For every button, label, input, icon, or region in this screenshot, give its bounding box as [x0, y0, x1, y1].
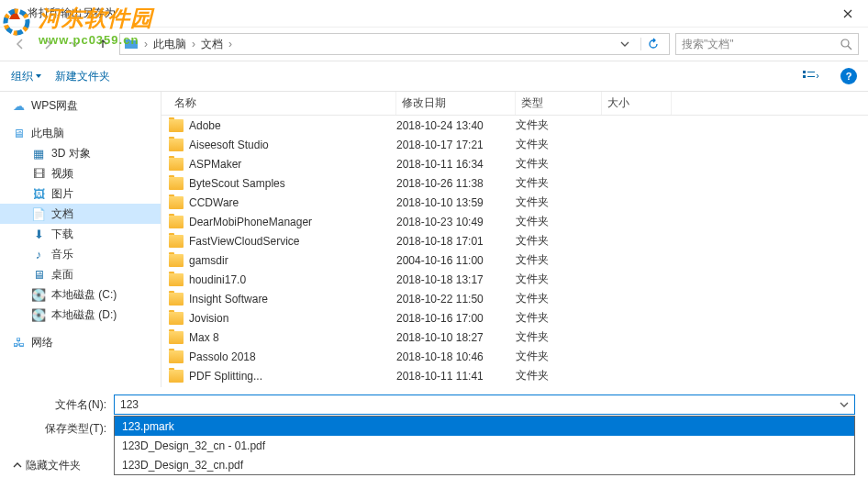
refresh-button[interactable] [640, 38, 665, 50]
file-date: 2018-10-10 13:59 [396, 196, 516, 209]
sidebar-item-desktop[interactable]: 🖥桌面 [0, 264, 161, 284]
file-date: 2018-10-17 17:21 [396, 139, 516, 151]
window-title: 将打印输出另存为 [28, 6, 827, 21]
breadcrumb-documents[interactable]: 文档 [201, 37, 223, 52]
autocomplete-item[interactable]: 123D_Design_32_cn.pdf [115, 455, 854, 474]
nav-back-button[interactable] [9, 33, 31, 55]
sidebar-item-video[interactable]: 🎞视频 [0, 163, 161, 183]
film-icon: 🎞 [31, 166, 46, 181]
search-input[interactable]: 搜索"文档" [675, 33, 859, 55]
file-row[interactable]: Jovision2018-10-16 17:00文件夹 [161, 308, 868, 328]
file-date: 2018-10-18 13:17 [396, 273, 516, 286]
nav-forward-button[interactable] [37, 33, 59, 55]
folder-icon [169, 331, 184, 344]
file-name: Aiseesoft Studio [189, 139, 269, 151]
folder-icon [169, 216, 184, 228]
folder-icon [169, 293, 184, 306]
file-row[interactable]: Passolo 20182018-10-18 10:46文件夹 [161, 347, 868, 366]
file-list[interactable]: Adobe2018-10-24 13:40文件夹Aiseesoft Studio… [161, 116, 868, 387]
hide-folders-toggle[interactable]: 隐藏文件夹 [13, 458, 81, 473]
sidebar-item-diskc[interactable]: 💽本地磁盘 (C:) [0, 284, 161, 305]
sidebar-item-downloads[interactable]: ⬇下载 [0, 224, 161, 244]
file-row[interactable]: Insight Software2018-10-22 11:50文件夹 [161, 289, 868, 308]
savetype-label: 保存类型(T): [13, 421, 114, 437]
desktop-icon: 🖥 [31, 267, 46, 282]
folder-icon [169, 139, 184, 151]
folder-icon [169, 119, 184, 132]
sidebar-item-wps[interactable]: ☁WPS网盘 [0, 95, 161, 116]
file-name: gamsdir [189, 254, 228, 267]
svg-rect-8 [803, 75, 806, 78]
column-type[interactable]: 类型 [516, 92, 602, 115]
disk-icon: 💽 [31, 307, 46, 322]
file-date: 2018-10-10 18:27 [396, 331, 516, 344]
organize-button[interactable]: 组织 [11, 69, 42, 84]
file-type: 文件夹 [516, 117, 602, 133]
file-row[interactable]: ByteScout Samples2018-10-26 11:38文件夹 [161, 173, 868, 193]
file-row[interactable]: ASPMaker2018-10-11 16:34文件夹 [161, 154, 868, 173]
app-icon [7, 6, 22, 21]
document-icon: 📄 [31, 206, 46, 221]
file-name: FastViewCloudService [189, 235, 300, 248]
navigation-sidebar[interactable]: ☁WPS网盘 🖥此电脑 ▦3D 对象 🎞视频 🖼图片 📄文档 ⬇下载 ♪音乐 🖥… [0, 92, 161, 387]
sidebar-item-thispc[interactable]: 🖥此电脑 [0, 123, 161, 143]
nav-recent-button[interactable] [64, 33, 86, 55]
file-date: 2018-10-11 11:41 [396, 370, 516, 383]
file-type: 文件夹 [516, 156, 602, 172]
close-button[interactable] [827, 0, 868, 28]
file-row[interactable]: CCDWare2018-10-10 13:59文件夹 [161, 193, 868, 212]
chevron-right-icon: › [142, 38, 150, 50]
folder-icon [169, 370, 184, 383]
chevron-right-icon: › [227, 38, 234, 50]
file-row[interactable]: PDF Splitting...2018-10-11 11:41文件夹 [161, 366, 868, 385]
autocomplete-item[interactable]: 123.pmark [115, 417, 854, 436]
file-date: 2018-10-11 16:34 [396, 158, 516, 171]
file-type: 文件夹 [516, 368, 602, 383]
image-icon: 🖼 [31, 186, 46, 201]
file-row[interactable]: Max 82018-10-10 18:27文件夹 [161, 328, 868, 347]
filename-input[interactable]: 123 123.pmark 123D_Design_32_cn - 01.pdf… [114, 395, 855, 415]
file-type: 文件夹 [516, 252, 602, 268]
folder-icon [169, 273, 184, 286]
column-date[interactable]: 修改日期 [396, 92, 516, 115]
file-type: 文件夹 [516, 175, 602, 191]
view-mode-button[interactable] [795, 66, 828, 86]
file-name: Insight Software [189, 293, 268, 306]
sidebar-item-pictures[interactable]: 🖼图片 [0, 183, 161, 204]
folder-icon [169, 350, 184, 363]
column-headers[interactable]: 名称 修改日期 类型 大小 [161, 92, 868, 116]
file-row[interactable]: Adobe2018-10-24 13:40文件夹 [161, 116, 868, 135]
svg-rect-4 [125, 39, 130, 41]
column-size[interactable]: 大小 [602, 92, 672, 115]
disk-icon: 💽 [31, 287, 46, 302]
sidebar-item-network[interactable]: 🖧网络 [0, 332, 161, 352]
new-folder-button[interactable]: 新建文件夹 [55, 69, 110, 84]
sidebar-item-music[interactable]: ♪音乐 [0, 244, 161, 264]
breadcrumb-bar[interactable]: › 此电脑 › 文档 › [119, 33, 670, 55]
autocomplete-item[interactable]: 123D_Design_32_cn - 01.pdf [115, 436, 854, 455]
file-row[interactable]: houdini17.02018-10-18 13:17文件夹 [161, 270, 868, 289]
download-icon: ⬇ [31, 227, 46, 241]
file-row[interactable]: DearMobiPhoneManager2018-10-23 10:49文件夹 [161, 212, 868, 231]
search-icon [840, 39, 852, 50]
music-icon: ♪ [31, 247, 46, 261]
search-placeholder: 搜索"文档" [682, 37, 734, 52]
sidebar-item-documents[interactable]: 📄文档 [0, 204, 161, 224]
file-type: 文件夹 [516, 291, 602, 306]
nav-up-button[interactable] [92, 33, 114, 55]
column-name[interactable]: 名称 [169, 92, 396, 115]
file-row[interactable]: FastViewCloudService2018-10-18 17:01文件夹 [161, 231, 868, 250]
sidebar-item-3d[interactable]: ▦3D 对象 [0, 143, 161, 163]
file-row[interactable]: gamsdir2004-10-16 11:00文件夹 [161, 250, 868, 270]
file-name: Jovision [189, 312, 228, 325]
sidebar-item-diskd[interactable]: 💽本地磁盘 (D:) [0, 305, 161, 325]
network-icon: 🖧 [11, 335, 26, 350]
autocomplete-dropdown: 123.pmark 123D_Design_32_cn - 01.pdf 123… [114, 416, 855, 475]
help-button[interactable]: ? [840, 68, 857, 84]
file-date: 2004-10-16 11:00 [396, 254, 516, 267]
file-name: ByteScout Samples [189, 177, 285, 190]
breadcrumb-thispc[interactable]: 此电脑 [153, 37, 186, 52]
address-dropdown-button[interactable] [617, 39, 633, 49]
chevron-down-icon[interactable] [840, 400, 849, 409]
file-row[interactable]: Aiseesoft Studio2018-10-17 17:21文件夹 [161, 135, 868, 154]
